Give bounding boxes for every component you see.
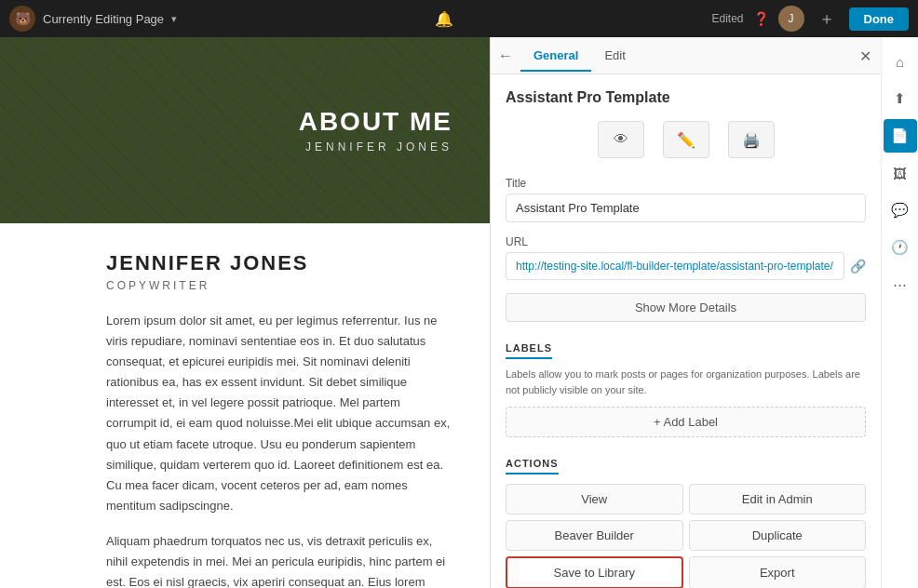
icon-row: 👁 ✏️ 🖨️ xyxy=(506,121,866,158)
title-label: Title xyxy=(506,177,866,190)
sidebar-image-icon[interactable]: 🖼 xyxy=(884,156,917,190)
hero-title: ABOUT ME xyxy=(299,107,452,137)
sidebar-icons: ⌂ ⬆ 📄 🖼 💬 🕐 ⋯ xyxy=(881,37,918,588)
labels-description: Labels allow you to mark posts or pages … xyxy=(506,367,866,397)
sidebar-home-icon[interactable]: ⌂ xyxy=(884,45,917,78)
sidebar-document-icon[interactable]: 📄 xyxy=(884,119,917,153)
url-row: 🔗 xyxy=(506,252,866,280)
tab-general[interactable]: General xyxy=(520,41,591,72)
done-button[interactable]: Done xyxy=(849,7,910,31)
panel-tabs: ← General Edit ✕ xyxy=(491,37,881,74)
body-paragraph-1: Lorem ipsum dolor sit amet, eu per legim… xyxy=(106,311,452,516)
edit-in-admin-button[interactable]: Edit in Admin xyxy=(689,484,867,514)
hero-section: ABOUT ME JENNIFER JONES xyxy=(0,37,490,223)
body-paragraph-2: Aliquam phaedrum torquatos nec us, vis d… xyxy=(106,531,452,588)
panel-content: Assistant Pro Template 👁 ✏️ 🖨️ Title URL… xyxy=(491,74,881,588)
url-input[interactable] xyxy=(506,252,844,280)
export-button[interactable]: Export xyxy=(689,556,867,588)
panel-back-icon[interactable]: ← xyxy=(498,47,513,64)
topbar: 🐻 Currently Editing Page ▾ 🔔 Edited ❓ J … xyxy=(0,0,918,37)
panel-title: Assistant Pro Template xyxy=(506,89,866,106)
copy-url-icon[interactable]: 🔗 xyxy=(850,259,866,274)
actions-grid: View Edit in Admin Beaver Builder Duplic… xyxy=(506,484,866,588)
labels-heading: LABELS xyxy=(506,342,552,359)
view-button[interactable]: View xyxy=(506,484,683,514)
show-more-button[interactable]: Show More Details xyxy=(506,293,866,322)
editing-label: Currently Editing Page xyxy=(43,12,164,26)
right-panel: ← General Edit ✕ Assistant Pro Template … xyxy=(490,37,881,588)
sidebar-history-icon[interactable]: 🕐 xyxy=(884,231,917,264)
help-icon[interactable]: ❓ xyxy=(753,11,769,26)
bell-icon[interactable]: 🔔 xyxy=(435,10,453,28)
save-to-library-button[interactable]: Save to Library xyxy=(506,556,683,588)
beaver-builder-button[interactable]: Beaver Builder xyxy=(506,520,683,551)
person-name: JENNIFER JONES xyxy=(106,251,452,275)
url-label: URL xyxy=(506,235,866,248)
sidebar-upload-icon[interactable]: ⬆ xyxy=(884,82,917,115)
topbar-left: 🐻 Currently Editing Page ▾ xyxy=(9,6,177,32)
edited-label: Edited xyxy=(711,12,743,25)
topbar-center: 🔔 xyxy=(177,10,711,28)
actions-section: ACTIONS View Edit in Admin Beaver Builde… xyxy=(506,454,866,588)
close-icon[interactable]: ✕ xyxy=(859,47,871,64)
plus-icon[interactable]: ＋ xyxy=(814,6,840,32)
add-label-button[interactable]: + Add Label xyxy=(506,407,866,437)
hero-subtitle: JENNIFER JONES xyxy=(299,140,452,154)
pencil-icon-btn[interactable]: ✏️ xyxy=(663,121,709,158)
main-content: ABOUT ME JENNIFER JONES JENNIFER JONES C… xyxy=(0,37,918,588)
sidebar-comment-icon[interactable]: 💬 xyxy=(884,194,917,227)
title-input[interactable] xyxy=(506,194,866,222)
eye-icon-btn[interactable]: 👁 xyxy=(598,121,644,158)
page-preview: ABOUT ME JENNIFER JONES JENNIFER JONES C… xyxy=(0,37,490,588)
duplicate-button[interactable]: Duplicate xyxy=(689,520,867,551)
actions-heading: ACTIONS xyxy=(506,458,559,474)
person-title: COPYWRITER xyxy=(106,279,452,292)
app-logo[interactable]: 🐻 xyxy=(9,6,35,32)
tab-edit[interactable]: Edit xyxy=(591,41,638,72)
avatar[interactable]: J xyxy=(778,6,804,32)
page-body: JENNIFER JONES COPYWRITER Lorem ipsum do… xyxy=(0,223,490,588)
hero-content: ABOUT ME JENNIFER JONES xyxy=(299,107,452,154)
labels-section: LABELS Labels allow you to mark posts or… xyxy=(506,339,866,437)
topbar-right: Edited ❓ J ＋ Done xyxy=(711,6,909,32)
sidebar-apps-icon[interactable]: ⋯ xyxy=(884,268,917,301)
print-icon-btn[interactable]: 🖨️ xyxy=(728,121,775,158)
